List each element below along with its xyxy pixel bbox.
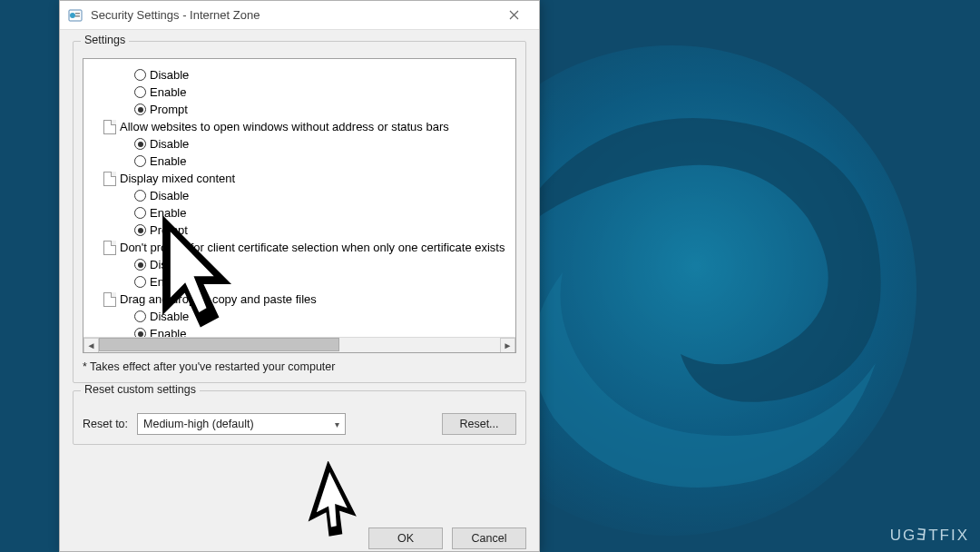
svg-point-2 [70, 13, 75, 18]
window-title: Security Settings - Internet Zone [91, 8, 260, 22]
reset-to-label: Reset to: [83, 418, 128, 430]
close-icon [509, 7, 519, 23]
radio-icon [134, 86, 146, 98]
radio-option[interactable]: Disable [107, 135, 515, 153]
page-icon [103, 120, 116, 134]
tree-group-label[interactable]: Drag and drop or copy and paste files [94, 291, 515, 308]
restart-note: * Takes effect after you've restarted yo… [83, 360, 516, 373]
radio-option[interactable]: Disable [107, 308, 515, 325]
radio-option[interactable]: Prompt [107, 101, 515, 118]
scroll-left-icon[interactable]: ◄ [83, 338, 99, 353]
combo-selected-value: Medium-high (default) [143, 418, 254, 430]
reset-legend: Reset custom settings [81, 383, 200, 396]
close-button[interactable] [495, 3, 532, 28]
settings-tree: Disable Enable Prompt [83, 58, 516, 353]
radio-icon [134, 276, 146, 288]
titlebar[interactable]: Security Settings - Internet Zone [60, 1, 539, 30]
page-icon [103, 292, 116, 307]
scroll-right-icon[interactable]: ► [500, 338, 515, 353]
radio-option[interactable]: Enable [107, 84, 515, 101]
radio-icon [134, 138, 146, 150]
radio-icon [134, 310, 146, 322]
dialog-button-row: OK Cancel [60, 520, 539, 551]
dialog-icon [67, 7, 83, 24]
radio-icon [134, 69, 146, 81]
tree-group-label[interactable]: Display mixed content [94, 170, 515, 187]
horizontal-scrollbar[interactable]: ◄ ► [83, 337, 515, 352]
ok-button[interactable]: OK [368, 527, 443, 549]
svg-rect-4 [75, 15, 80, 17]
settings-legend: Settings [81, 34, 129, 46]
tree-group-label[interactable]: Don't prompt for client certificate sele… [94, 239, 515, 256]
page-icon [103, 172, 116, 186]
reset-button[interactable]: Reset... [442, 413, 516, 435]
radio-icon [134, 207, 146, 219]
reset-level-combobox[interactable]: Medium-high (default) ▾ [137, 413, 346, 435]
chevron-down-icon: ▾ [335, 419, 339, 429]
security-settings-dialog: Security Settings - Internet Zone Settin… [59, 0, 540, 552]
radio-icon [134, 224, 146, 236]
page-icon [103, 241, 116, 255]
watermark: UG∃TFIX [890, 526, 969, 545]
cancel-button[interactable]: Cancel [452, 527, 526, 549]
radio-icon [134, 155, 146, 167]
radio-option[interactable]: Enable [107, 153, 515, 170]
tree-group-label[interactable]: Allow websites to open windows without a… [94, 118, 515, 135]
settings-tree-scroll[interactable]: Disable Enable Prompt [83, 59, 515, 352]
radio-option[interactable]: Disable [107, 187, 515, 204]
radio-option[interactable]: Disable [107, 66, 515, 84]
reset-groupbox: Reset custom settings Reset to: Medium-h… [73, 390, 526, 445]
svg-rect-3 [75, 13, 80, 15]
radio-option[interactable]: Enable [107, 273, 515, 291]
radio-option[interactable]: Enable [107, 204, 515, 222]
settings-groupbox: Settings Disable Enable [73, 41, 526, 383]
radio-option[interactable]: Prompt [107, 222, 515, 239]
radio-icon [134, 259, 146, 271]
radio-icon [134, 104, 146, 115]
radio-icon [134, 190, 146, 202]
radio-option[interactable]: Disable [107, 256, 515, 273]
